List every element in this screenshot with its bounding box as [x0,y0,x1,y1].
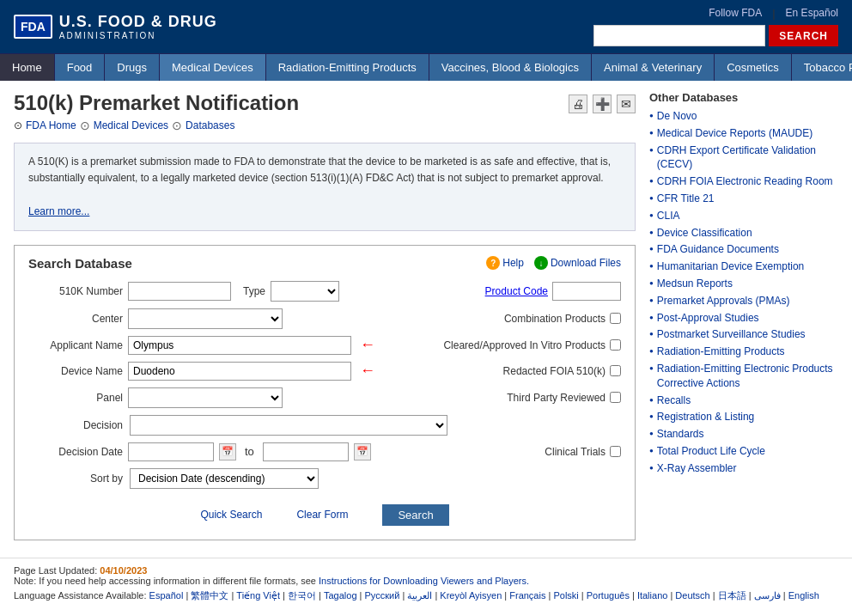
redacted-checkbox[interactable] [610,365,621,376]
list-item: Postmarket Surveillance Studies [649,327,838,342]
breadcrumb-fda-home[interactable]: FDA Home [26,119,76,131]
lang-vietnamese[interactable]: Tiếng Việt [236,590,280,601]
sidebar-link-clia[interactable]: CLIA [657,209,680,223]
decision-date-to-input[interactable] [263,442,349,461]
sidebar-link-medsun[interactable]: Medsun Reports [657,277,733,291]
applicant-name-input[interactable] [128,336,351,355]
print-icon[interactable]: 🖨 [569,95,587,113]
sidebar-link-cfr[interactable]: CFR Title 21 [657,192,715,206]
lang-farsi[interactable]: فارسی [754,590,781,601]
clear-form-link[interactable]: Clear Form [296,509,348,521]
sidebar-link-pmas[interactable]: Premarket Approvals (PMAs) [657,294,790,308]
lang-korean[interactable]: 한국어 [288,590,316,601]
sidebar-link-humanitarian[interactable]: Humanitarian Device Exemption [657,259,804,274]
quick-search-link[interactable]: Quick Search [200,509,262,521]
header-right: Follow FDA | En Español SEARCH [593,7,838,46]
breadcrumb-databases[interactable]: Databases [186,119,234,131]
cleared-label: Cleared/Approved In Vitro Products [443,339,606,351]
combination-label: Combination Products [504,313,606,325]
help-link[interactable]: ? Help [486,256,524,270]
header: FDA U.S. FOOD & DRUG ADMINISTRATION Foll… [0,0,852,53]
lang-creole[interactable]: Kreyòl Ayisyen [440,590,502,601]
header-links: Follow FDA | En Español [709,7,838,20]
nav-drugs[interactable]: Drugs [105,54,160,81]
form-row-7: Decision Date 📅 to 📅 Clinical Trials [28,442,621,461]
nav-medical-devices[interactable]: Medical Devices [160,54,266,81]
lang-arabic[interactable]: العربية [407,590,432,601]
third-party-checkbox[interactable] [610,392,621,403]
en-espanol-link[interactable]: En Español [786,7,838,20]
center-select[interactable] [128,308,283,329]
nav-cosmetics[interactable]: Cosmetics [715,54,792,81]
sidebar-link-de-novo[interactable]: De Novo [657,109,697,124]
list-item: Registration & Listing [649,410,838,424]
lang-japanese[interactable]: 日本語 [718,590,746,601]
plus-icon[interactable]: ➕ [593,95,612,113]
page-title: 510(k) Premarket Notification [14,91,299,115]
sidebar-link-cecv[interactable]: CDRH Export Certificate Validation (CECV… [657,143,838,173]
lang-italian[interactable]: Italiano [637,590,667,601]
lang-russian[interactable]: Русский [365,590,400,601]
sidebar-link-postmarket[interactable]: Postmarket Surveillance Studies [657,327,806,342]
product-code-link[interactable]: Product Code [485,285,548,297]
form-buttons: Quick Search Clear Form Search [28,497,621,529]
sidebar-link-registration[interactable]: Registration & Listing [657,410,754,424]
nav-radiation[interactable]: Radiation-Emitting Products [266,54,429,81]
k-number-input[interactable] [128,282,231,301]
decision-select[interactable] [130,415,447,436]
lang-french[interactable]: Français [509,590,545,601]
list-item: CFR Title 21 [649,192,838,206]
nav-animal[interactable]: Animal & Veterinary [592,54,715,81]
calendar-from-icon[interactable]: 📅 [219,443,236,460]
follow-fda-link[interactable]: Follow FDA [709,7,762,20]
breadcrumb-sep2: ⊙ [172,119,182,132]
sort-by-select[interactable]: Decision Date (descending) Decision Date… [130,468,319,489]
sidebar-link-radiation-corrective[interactable]: Radiation-Emitting Electronic Products C… [657,362,838,391]
search-button[interactable]: Search [382,504,448,526]
form-row-1: 510K Number Type Product Code [28,281,621,302]
list-item: Radiation-Emitting Products [649,345,838,359]
type-select[interactable] [271,281,339,302]
product-code-input[interactable] [552,282,621,301]
type-label: Type [243,285,265,297]
list-item: Standards [649,427,838,442]
nav-vaccines[interactable]: Vaccines, Blood & Biologics [429,54,592,81]
lang-chinese[interactable]: 繁體中文 [191,590,228,601]
header-search-input[interactable] [593,25,765,46]
sidebar-link-recalls[interactable]: Recalls [657,393,691,408]
lang-portuguese[interactable]: Português [587,590,630,601]
lang-german[interactable]: Deutsch [675,590,709,601]
panel-select[interactable] [128,387,283,408]
breadcrumb-medical-devices[interactable]: Medical Devices [94,119,168,131]
clinical-trials-checkbox[interactable] [610,446,621,457]
sidebar-link-post-approval[interactable]: Post-Approval Studies [657,311,759,326]
form-col-left-1: 510K Number Type [28,281,339,302]
cleared-checkbox[interactable] [610,339,621,351]
lang-tagalog[interactable]: Tagalog [324,590,357,601]
nav-tobacco[interactable]: Tobacco Products [792,54,852,81]
lang-english[interactable]: English [788,590,819,601]
sidebar-link-device-class[interactable]: Device Classification [657,226,752,241]
nav-home[interactable]: Home [0,54,55,81]
calendar-to-icon[interactable]: 📅 [354,443,371,460]
decision-date-from-input[interactable] [128,442,214,461]
download-files-link[interactable]: ↓ Download Files [534,256,621,270]
sidebar-link-tplc[interactable]: Total Product Life Cycle [657,444,765,459]
learn-more-link[interactable]: Learn more... [28,205,89,217]
lang-polish[interactable]: Polski [553,590,578,601]
footer-lang-line: Language Assistance Available: Español |… [14,589,838,602]
lang-espanol[interactable]: Español [149,590,184,601]
sidebar-link-radiation[interactable]: Radiation-Emitting Products [657,345,785,359]
footer-note-link[interactable]: Instructions for Downloading Viewers and… [319,576,529,586]
combination-checkbox[interactable] [610,313,621,324]
sidebar-link-standards[interactable]: Standards [657,427,704,442]
sidebar-link-maude[interactable]: Medical Device Reports (MAUDE) [657,126,812,141]
sidebar-link-foia[interactable]: CDRH FOIA Electronic Reading Room [657,174,833,189]
breadcrumb-icon: ⊙ [14,119,22,131]
sidebar-link-fda-guidance[interactable]: FDA Guidance Documents [657,242,779,257]
email-icon[interactable]: ✉ [617,95,636,113]
header-search-button[interactable]: SEARCH [769,25,838,46]
nav-food[interactable]: Food [55,54,106,81]
sidebar-link-xray[interactable]: X-Ray Assembler [657,461,737,476]
device-name-input[interactable] [128,362,351,381]
